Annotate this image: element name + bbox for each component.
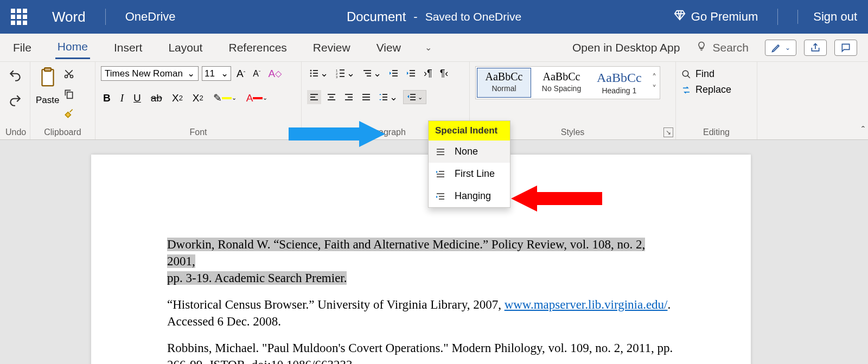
decrease-indent-button[interactable] — [387, 67, 401, 79]
indent-none-item[interactable]: None — [429, 141, 510, 163]
svg-rect-47 — [437, 154, 444, 155]
justify-button[interactable] — [359, 90, 373, 104]
bold-button[interactable]: B — [101, 91, 113, 105]
style-no-spacing[interactable]: AaBbCc No Spacing — [534, 68, 589, 98]
style-name: Heading 1 — [597, 86, 642, 95]
strikethrough-button[interactable]: ab — [149, 91, 164, 105]
svg-rect-53 — [439, 199, 444, 200]
svg-rect-6 — [313, 70, 318, 71]
svg-rect-19 — [367, 75, 371, 76]
line-spacing-button[interactable]: ⌄ — [376, 90, 400, 104]
replace-button[interactable]: Replace — [681, 84, 731, 95]
styles-dialog-launcher[interactable]: ↘ — [663, 127, 673, 137]
svg-rect-32 — [345, 94, 353, 95]
svg-rect-51 — [437, 193, 444, 194]
italic-button[interactable]: I — [118, 91, 126, 105]
paste-button[interactable]: Paste — [36, 66, 59, 106]
page[interactable]: Dworkin, Ronald W. “Science, Faith and A… — [91, 155, 751, 364]
font-size-select[interactable]: 11⌄ — [202, 66, 231, 81]
format-painter-button[interactable] — [63, 108, 74, 122]
premium-label: Go Premium — [691, 10, 758, 24]
style-gallery-more[interactable]: ˄˅ — [650, 68, 659, 98]
align-left-icon — [309, 92, 319, 102]
indent-first-line-item[interactable]: First Line — [429, 163, 510, 185]
editing-mode-button[interactable]: ⌄ — [765, 40, 796, 56]
special-indent-icon — [407, 92, 417, 102]
undo-button[interactable] — [8, 68, 22, 86]
cut-button[interactable] — [63, 68, 74, 82]
indent-hanging-label: Hanging — [455, 190, 491, 202]
more-tabs-chevron-icon[interactable]: ⌄ — [425, 42, 432, 53]
tab-insert[interactable]: Insert — [112, 37, 145, 59]
find-button[interactable]: Find — [681, 68, 714, 80]
underline-button[interactable]: U — [131, 91, 143, 105]
style-normal[interactable]: AaBbCc Normal — [477, 68, 531, 98]
numbering-button[interactable]: 123⌄ — [334, 66, 357, 80]
svg-point-44 — [682, 71, 688, 76]
tab-file[interactable]: File — [11, 37, 34, 59]
tab-references[interactable]: References — [226, 37, 289, 59]
comments-button[interactable] — [834, 40, 857, 56]
citation-2[interactable]: “Historical Census Browser.” University … — [167, 296, 674, 330]
chevron-down-icon: ⌄ — [263, 94, 267, 101]
bullets-button[interactable]: ⌄ — [307, 66, 330, 80]
clear-formatting-button[interactable]: A◇ — [266, 67, 284, 81]
special-indent-button[interactable]: ⌄ — [403, 90, 426, 104]
svg-rect-27 — [310, 97, 315, 98]
style-sample: AaBbCc — [482, 71, 526, 83]
svg-rect-10 — [313, 75, 318, 76]
rtl-button[interactable]: ¶‹ — [438, 67, 451, 80]
tab-home[interactable]: Home — [55, 36, 90, 59]
share-button[interactable] — [804, 40, 827, 56]
svg-rect-12 — [340, 69, 344, 71]
superscript-button[interactable]: X2 — [190, 91, 206, 105]
comment-icon — [840, 42, 851, 53]
indent-hanging-item[interactable]: Hanging — [429, 185, 510, 207]
highlight-button[interactable]: ✎⌄ — [211, 91, 239, 105]
go-premium-button[interactable]: Go Premium — [674, 9, 758, 24]
undo-group-label: Undo — [5, 125, 24, 137]
citation-1[interactable]: Dworkin, Ronald W. “Science, Faith and A… — [167, 236, 674, 286]
tab-review[interactable]: Review — [311, 37, 353, 59]
indent-none-icon — [435, 147, 446, 157]
grow-font-button[interactable]: Aˆ — [234, 67, 247, 81]
svg-rect-29 — [328, 94, 335, 95]
subscript-button[interactable]: X2 — [170, 91, 185, 105]
copy-button[interactable] — [63, 88, 74, 102]
svg-rect-49 — [437, 174, 444, 175]
svg-rect-22 — [392, 75, 398, 76]
align-center-button[interactable] — [324, 90, 339, 104]
svg-rect-42 — [410, 97, 416, 98]
open-in-desktop-button[interactable]: Open in Desktop App — [572, 41, 680, 54]
font-color-button[interactable]: A⌄ — [244, 91, 270, 105]
ltr-button[interactable]: ›¶ — [422, 67, 435, 80]
special-indent-menu: Special Indent None First Line Hanging — [428, 120, 510, 208]
app-launcher-icon[interactable] — [11, 9, 27, 25]
collapse-ribbon-button[interactable]: ˆ — [861, 125, 865, 136]
tab-layout[interactable]: Layout — [166, 37, 205, 59]
style-heading-1[interactable]: AaBbCc Heading 1 — [592, 68, 647, 98]
svg-rect-43 — [410, 99, 416, 100]
line-spacing-icon — [379, 92, 388, 102]
font-name-select[interactable]: Times New Roman⌄ — [101, 66, 199, 81]
svg-rect-20 — [392, 70, 398, 71]
justify-icon — [361, 92, 371, 102]
search-box[interactable]: Search — [696, 41, 749, 54]
redo-button[interactable] — [8, 93, 22, 111]
tab-view[interactable]: View — [374, 37, 403, 59]
undo-group: Undo — [0, 62, 30, 139]
sign-out-button[interactable]: Sign out — [797, 10, 857, 24]
multilevel-button[interactable]: ⌄ — [360, 66, 384, 80]
citation-3[interactable]: Robbins, Michael. "Paul Muldoon's Covert… — [167, 340, 674, 364]
svg-rect-37 — [362, 99, 370, 100]
increase-indent-button[interactable] — [404, 67, 418, 79]
align-left-button[interactable] — [307, 90, 321, 104]
align-right-button[interactable] — [342, 90, 356, 104]
shrink-font-button[interactable]: Aˇ — [251, 68, 263, 80]
location-label[interactable]: OneDrive — [125, 10, 176, 24]
citation-2-link[interactable]: www.mapserver.lib.virginia.edu/ — [505, 298, 668, 311]
font-color-icon: A — [246, 92, 253, 104]
svg-rect-34 — [345, 99, 353, 100]
document-name[interactable]: Document — [347, 9, 406, 24]
dash-separator: - — [413, 10, 417, 24]
